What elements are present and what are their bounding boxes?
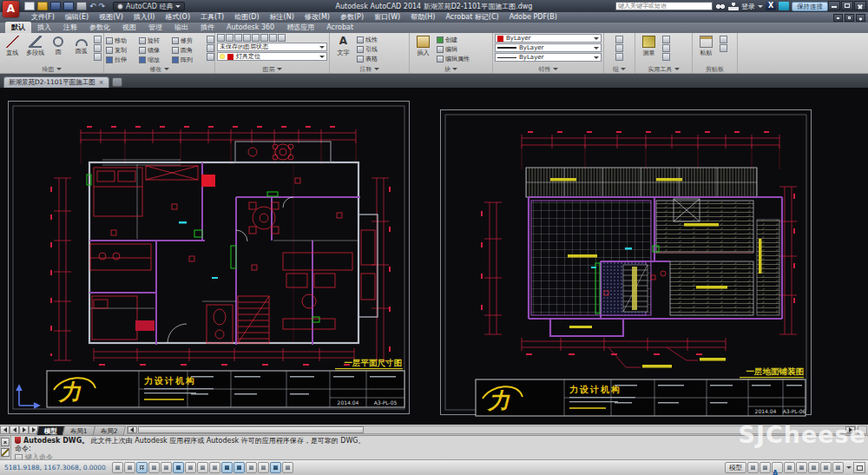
chevron-down-icon[interactable] <box>758 5 763 8</box>
scale-button[interactable]: 缩放 <box>139 55 172 64</box>
open-file-icon[interactable] <box>37 2 48 10</box>
ribbon-tab-view[interactable]: 视图 <box>116 22 142 33</box>
ribbon-tab-acrobat[interactable]: Acrobat <box>320 22 359 33</box>
fillet-button[interactable]: 圆角 <box>172 45 205 55</box>
layer-state-dropdown[interactable]: 未保存的图层状态 <box>217 43 327 51</box>
layer-properties-icon[interactable] <box>217 34 225 42</box>
layers-panel-label[interactable]: 图层 <box>217 65 327 73</box>
selection-cycling-toggle[interactable] <box>270 462 281 473</box>
layout1-tab[interactable]: 布局1 <box>62 426 95 435</box>
layer-dropdown[interactable]: 灯具定位 <box>217 52 327 61</box>
edit-block-button[interactable]: 编辑 <box>437 45 470 54</box>
customize-wrench-icon[interactable] <box>1 448 10 457</box>
stay-connected-button[interactable]: 保持连接 <box>792 2 828 11</box>
leader-button[interactable]: 引线 <box>357 45 378 54</box>
draw-panel-label[interactable]: 绘图 <box>2 65 102 73</box>
model-tab[interactable]: 模型 <box>36 426 65 435</box>
close-tab-icon[interactable]: × <box>99 79 104 86</box>
doc-close-button[interactable] <box>856 14 865 22</box>
close-button[interactable] <box>854 1 866 10</box>
maximize-button[interactable] <box>841 1 853 10</box>
group-edit-icon[interactable] <box>615 53 623 61</box>
groups-panel-label[interactable]: 组 <box>606 65 633 73</box>
rotate-button[interactable]: 旋转 <box>139 36 172 45</box>
menu-acrobat-marks[interactable]: Acrobat 标记(C) <box>440 12 503 23</box>
explode-icon[interactable] <box>207 44 214 52</box>
modify-panel-label[interactable]: 修改 <box>106 65 213 73</box>
snap-mode-toggle[interactable] <box>124 462 135 473</box>
search-icon[interactable] <box>715 2 726 10</box>
redo-icon[interactable]: ↷ <box>99 2 106 10</box>
create-block-button[interactable]: 创建 <box>437 36 470 44</box>
drawing-canvas[interactable]: 一层平面尺寸图 力 力设计机构 2014.04 A3-PL-05 <box>0 88 868 425</box>
clean-screen-button[interactable] <box>853 462 865 473</box>
offset-icon[interactable] <box>207 53 214 61</box>
grid-display-toggle[interactable] <box>136 462 148 473</box>
hardware-acceleration-button[interactable] <box>832 462 844 473</box>
document-tab[interactable]: 新湖景苑D2-1101平面施工图 × <box>3 76 109 88</box>
plot-icon[interactable] <box>76 2 87 10</box>
doc-restore-button[interactable] <box>845 14 854 22</box>
ribbon-tab-insert[interactable]: 插入 <box>31 22 57 33</box>
save-as-icon[interactable] <box>63 2 74 10</box>
new-drawing-tab-button[interactable] <box>112 77 122 87</box>
polyline-button[interactable]: 多段线 <box>25 34 47 57</box>
ortho-mode-toggle[interactable] <box>148 462 160 473</box>
object-snap-tracking-toggle[interactable] <box>197 462 208 473</box>
quick-calc-icon[interactable] <box>662 44 670 52</box>
autodesk360-icon[interactable] <box>779 2 789 10</box>
layer-walk-icon[interactable] <box>278 34 286 42</box>
annotation-scale-button[interactable]: A <box>772 462 783 473</box>
close-command-icon[interactable] <box>1 438 10 446</box>
infer-constraints-toggle[interactable] <box>112 462 123 473</box>
scroll-left-icon[interactable] <box>128 426 137 433</box>
dynamic-ucs-toggle[interactable] <box>209 462 220 473</box>
new-file-icon[interactable] <box>24 2 35 10</box>
first-tab-button[interactable] <box>0 426 10 434</box>
save-icon[interactable] <box>50 2 61 10</box>
scroll-right-icon[interactable] <box>845 426 855 433</box>
linetype-dropdown[interactable]: ByLayer <box>495 43 602 52</box>
ribbon-tab-parametric[interactable]: 参数化 <box>83 22 116 33</box>
insert-block-button[interactable]: 插入 <box>411 34 435 57</box>
polar-tracking-toggle[interactable] <box>161 462 172 473</box>
ribbon-tab-plugins[interactable]: 插件 <box>194 22 220 33</box>
paste-button[interactable]: 粘贴 <box>694 34 718 57</box>
exchange-apps-icon[interactable]: X <box>766 2 776 10</box>
table-button[interactable]: 表格 <box>357 55 378 63</box>
text-button[interactable]: A文字 <box>332 34 355 57</box>
lock-ui-button[interactable] <box>820 462 832 473</box>
arc-button[interactable]: 圆弧 <box>71 34 93 56</box>
layer-lock-icon[interactable] <box>252 34 260 42</box>
annotation-monitor-toggle[interactable] <box>282 462 293 473</box>
ribbon-tab-output[interactable]: 输出 <box>168 22 194 33</box>
circle-button[interactable]: 圆 <box>48 34 69 56</box>
mirror-button[interactable]: 镜像 <box>139 45 172 55</box>
horizontal-scrollbar[interactable] <box>127 426 856 434</box>
transparency-toggle[interactable] <box>246 462 257 473</box>
ribbon-tab-annotate[interactable]: 注释 <box>57 22 83 33</box>
rectangle-icon[interactable] <box>94 36 102 43</box>
ungroup-icon[interactable] <box>615 44 623 52</box>
ribbon-tab-autodesk360[interactable]: Autodesk 360 <box>220 22 280 33</box>
doc-minimize-button[interactable] <box>833 14 843 22</box>
line-button[interactable]: 直线 <box>2 34 23 57</box>
ribbon-tab-featured-apps[interactable]: 精选应用 <box>280 22 320 33</box>
status-menu-chevron-icon[interactable] <box>845 462 852 473</box>
layer-match-icon[interactable] <box>260 34 268 42</box>
annotation-visibility-button[interactable] <box>784 462 795 473</box>
copy-clip-icon[interactable] <box>720 44 727 52</box>
layout2-tab[interactable]: 布局2 <box>93 426 126 435</box>
minimize-button[interactable] <box>828 1 840 10</box>
prev-tab-button[interactable] <box>10 426 19 434</box>
stretch-button[interactable]: 拉伸 <box>106 55 139 64</box>
ribbon-tab-manage[interactable]: 管理 <box>142 22 168 33</box>
array-button[interactable]: 阵列 <box>172 55 205 64</box>
undo-icon[interactable]: ↶ <box>89 2 96 10</box>
lineweight-toggle[interactable] <box>233 462 245 473</box>
layer-off-icon[interactable] <box>226 34 233 42</box>
object-color-dropdown[interactable]: ByLayer <box>495 34 602 43</box>
lineweight-dropdown[interactable]: ByLayer <box>495 53 602 62</box>
layer-prev-icon[interactable] <box>269 34 277 42</box>
annotation-panel-label[interactable]: 注释 <box>332 65 407 73</box>
